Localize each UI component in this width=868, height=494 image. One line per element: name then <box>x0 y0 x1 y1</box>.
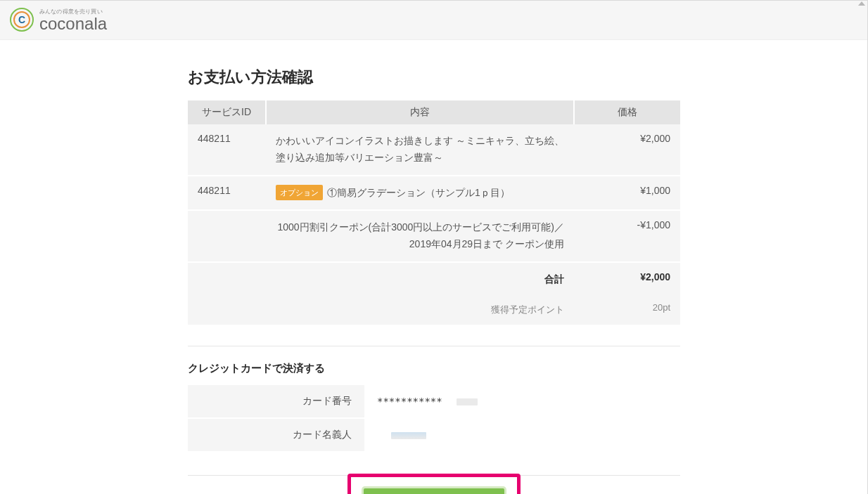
order-row: 448211 かわいいアイコンイラストお描きします ～ミニキャラ、立ち絵、塗り込… <box>188 124 680 176</box>
section-divider <box>188 346 680 346</box>
card-name-value <box>364 418 680 452</box>
card-name-label: カード名義人 <box>188 418 364 452</box>
frame-top <box>0 0 868 1</box>
scroll-up-icon[interactable] <box>858 1 865 8</box>
order-points-label: 獲得予定ポイント <box>266 297 574 325</box>
order-coupon-row: 1000円割引クーポン(合計3000円以上のサービスでご利用可能)／2019年0… <box>188 210 680 262</box>
masked-segment <box>391 432 426 439</box>
masked-segment <box>457 398 478 405</box>
order-total-price: ¥2,000 <box>574 262 680 297</box>
brand-name: coconala <box>39 15 107 32</box>
order-table: サービスID 内容 価格 448211 かわいいアイコンイラストお描きします ～… <box>188 100 680 326</box>
order-row: 448211 オプション①簡易グラデーション（サンプル1ｐ目） ¥1,000 <box>188 176 680 211</box>
order-total-row: 合計 ¥2,000 <box>188 262 680 297</box>
brand-logo[interactable]: C みんなの得意を売り買い coconala <box>10 8 107 32</box>
order-coupon-price: -¥1,000 <box>574 210 680 262</box>
order-coupon-desc: 1000円割引クーポン(合計3000円以上のサービスでご利用可能)／2019年0… <box>266 210 574 262</box>
main-column: お支払い方法確認 サービスID 内容 価格 448211 かわいいアイコンイラス… <box>188 40 680 494</box>
card-number-value: *********** <box>364 385 680 418</box>
order-row-id: 448211 <box>188 176 266 211</box>
order-header-content: 内容 <box>266 100 574 124</box>
card-number-label: カード番号 <box>188 385 364 418</box>
header-bar: C みんなの得意を売り買い coconala <box>0 0 868 40</box>
order-row-desc: オプション①簡易グラデーション（サンプル1ｐ目） <box>266 176 574 211</box>
card-section-title: クレジットカードで決済する <box>188 362 680 375</box>
order-points-row: 獲得予定ポイント 20pt <box>188 297 680 325</box>
order-row-id: 448211 <box>188 124 266 176</box>
order-row-desc: かわいいアイコンイラストお描きします ～ミニキャラ、立ち絵、塗り込み追加等バリエ… <box>266 124 574 176</box>
order-header-price: 価格 <box>574 100 680 124</box>
brand-logo-mark: C <box>10 8 34 32</box>
confirm-button[interactable]: 確定する <box>364 488 504 494</box>
order-points-value: 20pt <box>574 297 680 325</box>
order-total-label: 合計 <box>266 262 574 297</box>
option-badge: オプション <box>276 185 323 201</box>
order-row-price: ¥1,000 <box>574 176 680 211</box>
confirm-highlight: 確定する <box>347 474 521 494</box>
order-row-price: ¥2,000 <box>574 124 680 176</box>
page-title: お支払い方法確認 <box>188 67 680 88</box>
order-row-desc-text: ①簡易グラデーション（サンプル1ｐ目） <box>327 187 510 198</box>
card-form: カード番号 *********** カード名義人 <box>188 385 680 453</box>
order-header-id: サービスID <box>188 100 266 124</box>
